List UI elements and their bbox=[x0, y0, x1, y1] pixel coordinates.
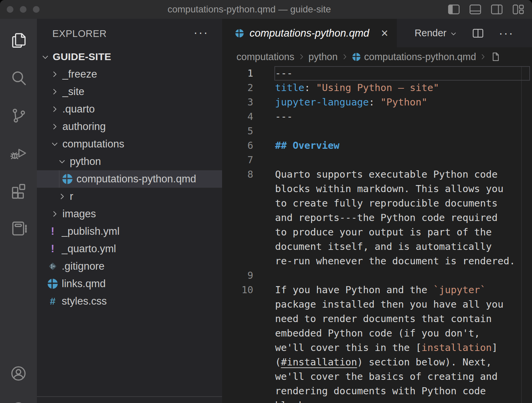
account-icon[interactable] bbox=[9, 364, 28, 383]
editor-more-actions[interactable]: ··· bbox=[499, 26, 514, 40]
breadcrumb-item[interactable] bbox=[490, 51, 501, 62]
line-number: 8 bbox=[222, 167, 253, 182]
code-segment-string: "Using Python — site" bbox=[316, 82, 439, 93]
section-divider bbox=[37, 396, 222, 397]
tree-item-images[interactable]: images bbox=[37, 205, 222, 223]
sidebar-title: EXPLORER bbox=[52, 19, 107, 48]
code-line[interactable]: 2title: "Using Python — site" bbox=[222, 81, 532, 95]
close-button[interactable] bbox=[7, 6, 13, 13]
line-number bbox=[222, 326, 253, 341]
breadcrumb-separator-icon bbox=[479, 52, 487, 61]
code-line[interactable]: embedded Python code (if you don't, bbox=[222, 326, 532, 341]
section-header-guide-site[interactable]: GUIDE-SITE bbox=[37, 48, 222, 65]
breadcrumb-item[interactable]: computations bbox=[236, 51, 295, 62]
code-text: --- bbox=[275, 66, 292, 81]
activity-search-button[interactable] bbox=[0, 59, 37, 97]
code-segment-plain: re-run whenever the document is rendered… bbox=[275, 255, 515, 267]
tree-item-computations-python.qmd[interactable]: computations-python.qmd bbox=[37, 170, 222, 188]
code-text: jupyter-language: "Python" bbox=[275, 95, 427, 109]
code-line[interactable]: 1--- bbox=[222, 66, 532, 81]
breadcrumb-item[interactable]: python bbox=[309, 51, 338, 62]
activity-source-control-button[interactable] bbox=[0, 97, 37, 134]
code-line[interactable]: 4--- bbox=[222, 109, 532, 124]
section-label: GUIDE-SITE bbox=[53, 48, 111, 65]
tree-item-.quarto[interactable]: .quarto bbox=[37, 100, 222, 118]
code-segment-plain: ] bbox=[492, 342, 497, 353]
tree-item-styles.css[interactable]: #styles.css bbox=[37, 293, 222, 310]
tree-item-python[interactable]: python bbox=[37, 153, 222, 170]
toggle-secondary-sidebar-icon[interactable] bbox=[490, 2, 504, 16]
settings-gear-icon[interactable] bbox=[9, 400, 28, 403]
code-segment-plain: to produce your output is part of the bbox=[275, 226, 492, 238]
tree-item-_site[interactable]: _site bbox=[37, 83, 222, 100]
tree-item-computations[interactable]: computations bbox=[37, 135, 222, 153]
code-line[interactable]: 6## Overview bbox=[222, 138, 532, 153]
code-line[interactable]: blocks bbox=[222, 398, 532, 403]
activity-files-button[interactable] bbox=[0, 21, 37, 59]
code-segment-plain: blocks bbox=[275, 400, 310, 403]
line-number bbox=[222, 398, 253, 403]
code-line[interactable]: rendering documents with Python code bbox=[222, 384, 532, 398]
code-segment-plain: document itself, and is automatically bbox=[275, 241, 492, 252]
render-button[interactable]: Render bbox=[415, 28, 457, 39]
tree-item-.gitignore[interactable]: .gitignore bbox=[37, 258, 222, 275]
code-line[interactable]: 5 bbox=[222, 124, 532, 138]
code-line[interactable]: 8Quarto supports executable Python code bbox=[222, 167, 532, 182]
line-number: 6 bbox=[222, 138, 253, 153]
zoom-button[interactable] bbox=[33, 6, 40, 13]
chevron-right-icon bbox=[50, 122, 59, 131]
activity-run-debug-button[interactable] bbox=[0, 134, 37, 172]
explorer-more-actions[interactable]: ··· bbox=[194, 19, 209, 46]
titlebar: computations-python.qmd — guide-site bbox=[0, 0, 532, 19]
activity-notebook-button[interactable] bbox=[0, 210, 37, 247]
code-editor[interactable]: 1---2title: "Using Python — site"3jupyte… bbox=[222, 66, 532, 403]
minimize-button[interactable] bbox=[20, 6, 26, 13]
tree-item-r[interactable]: r bbox=[37, 188, 222, 205]
tree-item-label: r bbox=[70, 188, 73, 205]
tab-computations-python[interactable]: computations-python.qmd × bbox=[222, 19, 397, 47]
code-segment-link: #installation bbox=[281, 356, 357, 368]
tree-item-_quarto.yml[interactable]: !_quarto.yml bbox=[37, 240, 222, 258]
tree-item-links.qmd[interactable]: links.qmd bbox=[37, 275, 222, 293]
code-line[interactable]: to produce your output is part of the bbox=[222, 225, 532, 239]
activity-extensions-button[interactable] bbox=[0, 172, 37, 210]
code-segment-plain: package installed then you have all you bbox=[275, 299, 503, 310]
code-line[interactable]: and reports---the Python code required bbox=[222, 211, 532, 225]
chevron-right-icon bbox=[50, 210, 59, 218]
code-text: --- bbox=[275, 109, 292, 124]
code-text: to create fully reproducible documents bbox=[275, 196, 497, 211]
code-segment-code: installation bbox=[422, 342, 492, 353]
code-line[interactable]: to create fully reproducible documents bbox=[222, 196, 532, 211]
code-line[interactable]: 7 bbox=[222, 153, 532, 167]
code-line[interactable]: we'll cover this in the [installation] bbox=[222, 341, 532, 355]
code-line[interactable]: 9 bbox=[222, 268, 532, 283]
code-segment-plain: to create fully reproducible documents bbox=[275, 197, 497, 209]
tree-item-label: .gitignore bbox=[62, 258, 105, 275]
explorer-sidebar: EXPLORER ··· GUIDE-SITE _freeze_site.qua… bbox=[37, 19, 222, 403]
toggle-primary-sidebar-icon[interactable] bbox=[447, 2, 461, 16]
quarto-icon bbox=[62, 173, 73, 185]
customize-layout-icon[interactable] bbox=[511, 2, 525, 16]
code-line[interactable]: need to render documents that contain bbox=[222, 312, 532, 326]
code-line[interactable]: (#installation) section below). Next, bbox=[222, 355, 532, 369]
tree-item-authoring[interactable]: authoring bbox=[37, 118, 222, 135]
line-number: 4 bbox=[222, 109, 253, 124]
code-line[interactable]: re-run whenever the document is rendered… bbox=[222, 254, 532, 268]
code-segment-heading: ## Overview bbox=[275, 140, 339, 151]
code-text: title: "Using Python — site" bbox=[275, 81, 439, 95]
tree-item-_freeze[interactable]: _freeze bbox=[37, 65, 222, 83]
code-line[interactable]: package installed then you have all you bbox=[222, 297, 532, 312]
code-line[interactable]: we'll cover the basics of creating and bbox=[222, 369, 532, 384]
code-line[interactable]: 3jupyter-language: "Python" bbox=[222, 95, 532, 109]
notebook-icon bbox=[9, 219, 28, 237]
toggle-panel-icon[interactable] bbox=[468, 2, 482, 16]
section-header-outline[interactable]: OUTLINE bbox=[37, 399, 222, 403]
code-line[interactable]: 10If you have Python and the `jupyter` bbox=[222, 283, 532, 297]
tree-item-_publish.yml[interactable]: !_publish.yml bbox=[37, 223, 222, 240]
tab-close-icon[interactable]: × bbox=[381, 27, 388, 39]
code-line[interactable]: document itself, and is automatically bbox=[222, 239, 532, 254]
split-editor-icon[interactable] bbox=[471, 27, 485, 40]
code-line[interactable]: blocks within markdown. This allows you bbox=[222, 182, 532, 196]
line-number bbox=[222, 384, 253, 398]
breadcrumb-item[interactable]: computations-python.qmd bbox=[352, 51, 476, 62]
